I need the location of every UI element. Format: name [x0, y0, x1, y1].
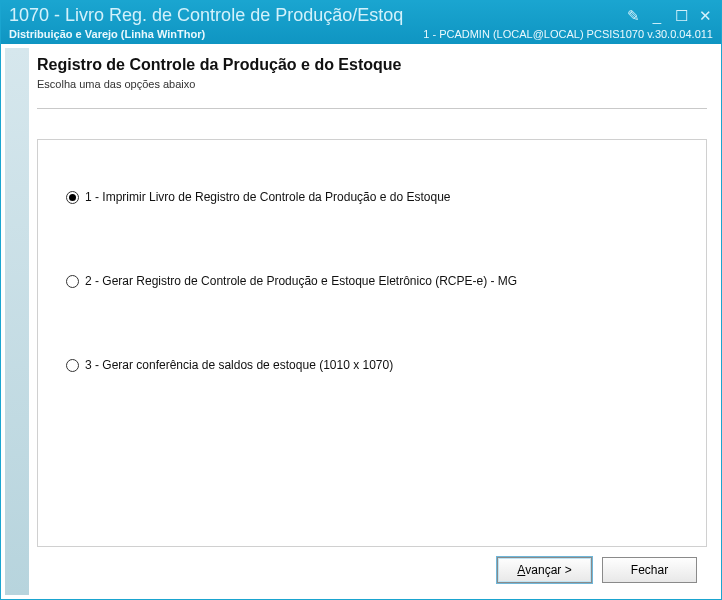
option-3-label: 3 - Gerar conferência de saldos de estoq…: [85, 358, 393, 372]
sidebar-strip: [5, 48, 29, 595]
subtitle-left: Distribuição e Varejo (Linha WinThor): [9, 28, 205, 40]
divider: [37, 108, 707, 109]
page-heading: Registro de Controle da Produção e do Es…: [37, 56, 707, 74]
page-subheading: Escolha uma das opções abaixo: [37, 78, 707, 90]
radio-icon: [66, 275, 79, 288]
option-1-label: 1 - Imprimir Livro de Registro de Contro…: [85, 190, 451, 204]
close-icon[interactable]: ✕: [697, 7, 713, 25]
body-area: Registro de Controle da Produção e do Es…: [1, 44, 721, 599]
options-panel: 1 - Imprimir Livro de Registro de Contro…: [37, 139, 707, 547]
subtitle-right: 1 - PCADMIN (LOCAL@LOCAL) PCSIS1070 v.30…: [423, 28, 713, 40]
window-controls: ✎ _ ☐ ✕: [625, 7, 713, 25]
close-button[interactable]: Fechar: [602, 557, 697, 583]
maximize-icon[interactable]: ☐: [673, 7, 689, 25]
app-window: 1070 - Livro Reg. de Controle de Produçã…: [0, 0, 722, 600]
option-2-label: 2 - Gerar Registro de Controle de Produç…: [85, 274, 517, 288]
radio-icon: [66, 191, 79, 204]
option-2[interactable]: 2 - Gerar Registro de Controle de Produç…: [66, 274, 678, 288]
edit-icon[interactable]: ✎: [625, 7, 641, 25]
window-title: 1070 - Livro Reg. de Controle de Produçã…: [9, 5, 403, 26]
option-3[interactable]: 3 - Gerar conferência de saldos de estoq…: [66, 358, 678, 372]
next-button[interactable]: Avançar >: [497, 557, 592, 583]
option-1[interactable]: 1 - Imprimir Livro de Registro de Contro…: [66, 190, 678, 204]
titlebar: 1070 - Livro Reg. de Controle de Produçã…: [1, 1, 721, 44]
content: Registro de Controle da Produção e do Es…: [37, 48, 717, 595]
minimize-icon[interactable]: _: [649, 7, 665, 24]
radio-icon: [66, 359, 79, 372]
footer: Avançar > Fechar: [37, 547, 707, 595]
